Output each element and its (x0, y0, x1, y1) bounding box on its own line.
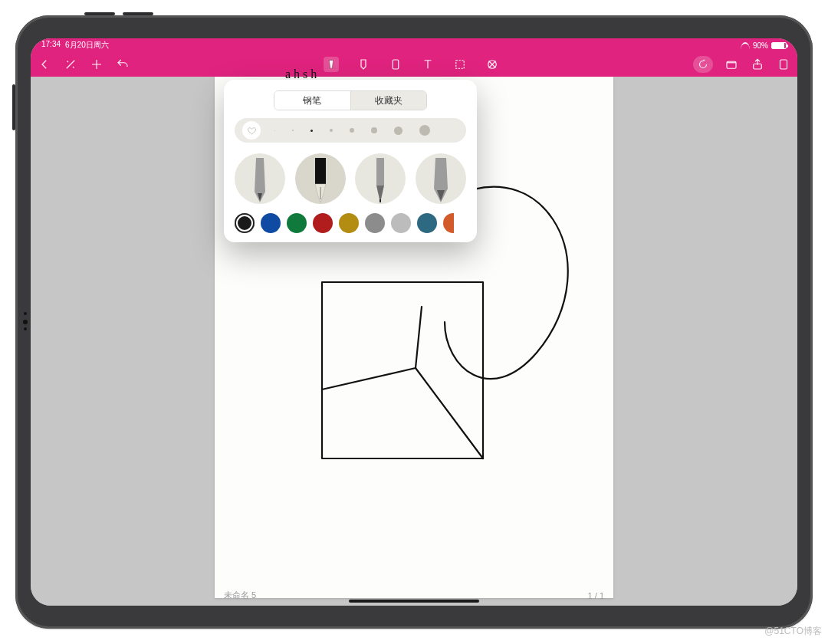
status-time: 17:34 (41, 40, 61, 51)
color-swatch-6[interactable] (391, 213, 411, 233)
svg-rect-0 (393, 60, 399, 69)
svg-rect-11 (376, 158, 384, 186)
color-swatch-4[interactable] (339, 213, 359, 233)
watermark: @51CTO博客 (764, 625, 822, 638)
ipad-frame: 17:34 6月20日周六 90% (15, 15, 813, 629)
color-swatch-1[interactable] (261, 213, 281, 233)
tab-favorites[interactable]: 收藏夹 (350, 91, 427, 110)
popover-tabs: 钢笔 收藏夹 (274, 90, 427, 110)
color-swatch-0[interactable] (235, 213, 255, 233)
battery-pct: 90% (753, 41, 768, 50)
stroke-size-row (235, 118, 466, 143)
workspace[interactable]: a h s h 钢笔 收藏夹 未命名 5 1 / 1 (31, 77, 797, 606)
color-swatch-7[interactable] (417, 213, 437, 233)
back-button[interactable] (37, 57, 52, 72)
pen-popover: a h s h 钢笔 收藏夹 (224, 80, 477, 242)
favorite-toggle[interactable] (242, 121, 261, 140)
color-swatch-2[interactable] (287, 213, 307, 233)
pen-type-row (235, 153, 466, 204)
tool-highlighter[interactable] (356, 57, 371, 72)
pen-fineliner[interactable] (355, 153, 406, 204)
status-bar: 17:34 6月20日周六 90% (31, 38, 797, 52)
pen-pencil[interactable] (235, 153, 285, 204)
hw-volume-down (123, 12, 153, 15)
stroke-size-3[interactable] (330, 129, 333, 132)
more-button[interactable] (776, 57, 791, 72)
screen: 17:34 6月20日周六 90% (31, 38, 797, 606)
tool-text[interactable] (420, 57, 435, 72)
svg-rect-1 (456, 61, 465, 69)
hw-volume-up (84, 12, 115, 15)
share-button[interactable] (750, 57, 765, 72)
tool-eraser[interactable] (388, 57, 403, 72)
stroke-size-4[interactable] (350, 128, 354, 133)
color-swatch-3[interactable] (313, 213, 333, 233)
wand-button[interactable] (63, 57, 78, 72)
home-indicator[interactable] (349, 600, 479, 603)
stroke-size-5[interactable] (371, 127, 377, 133)
tool-lasso[interactable] (485, 57, 500, 72)
battery-icon (771, 42, 787, 49)
folder-button[interactable] (724, 57, 739, 72)
undo-button[interactable] (115, 57, 130, 72)
attachment-button[interactable] (693, 56, 713, 73)
tool-pen[interactable] (324, 57, 339, 72)
popover-scribble: a h s h (285, 67, 317, 81)
stroke-size-1[interactable] (292, 130, 294, 131)
color-swatch-5[interactable] (365, 213, 385, 233)
svg-marker-9 (315, 158, 326, 184)
hw-power (12, 84, 15, 130)
color-row (235, 213, 466, 233)
page-indicator: 1 / 1 (588, 591, 604, 600)
svg-rect-5 (780, 60, 787, 69)
svg-marker-12 (376, 186, 384, 199)
toolbar (31, 52, 797, 77)
stroke-size-7[interactable] (419, 125, 430, 136)
add-button[interactable] (89, 57, 104, 72)
stroke-size-2[interactable] (310, 130, 313, 132)
doc-title: 未命名 5 (224, 590, 256, 601)
pen-fountain[interactable] (295, 153, 346, 204)
tab-pen[interactable]: 钢笔 (274, 91, 350, 110)
status-date: 6月20日周六 (65, 40, 109, 51)
stroke-size-0[interactable] (274, 130, 275, 131)
svg-rect-13 (380, 199, 381, 202)
wifi-icon (741, 41, 750, 49)
pen-graphite[interactable] (416, 153, 466, 204)
color-swatch-8[interactable] (443, 213, 454, 233)
camera-cluster (23, 320, 28, 324)
stroke-size-6[interactable] (394, 127, 402, 135)
tool-select[interactable] (452, 57, 468, 72)
